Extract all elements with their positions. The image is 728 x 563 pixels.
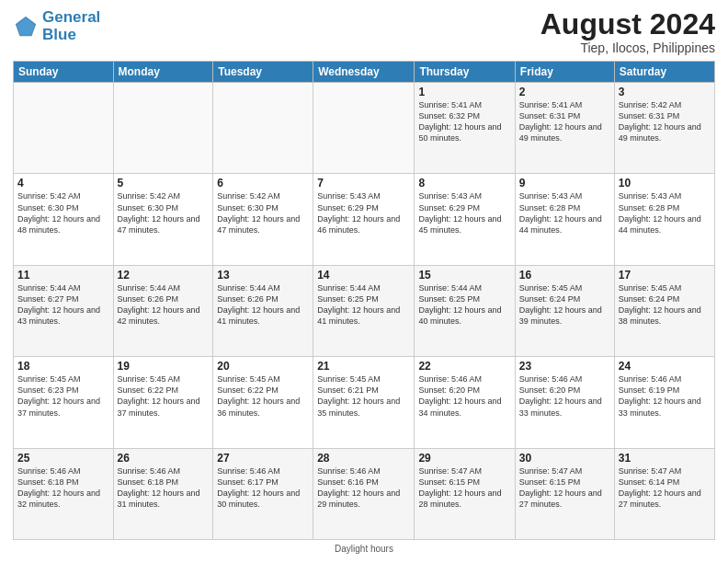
day-info: Sunrise: 5:46 AMSunset: 6:20 PMDaylight:… <box>519 374 602 417</box>
table-row: 24Sunrise: 5:46 AMSunset: 6:19 PMDayligh… <box>614 357 714 448</box>
table-row: 15Sunrise: 5:44 AMSunset: 6:25 PMDayligh… <box>415 265 515 356</box>
day-info: Sunrise: 5:46 AMSunset: 6:19 PMDaylight:… <box>619 374 701 417</box>
table-row: 28Sunrise: 5:46 AMSunset: 6:16 PMDayligh… <box>313 448 415 539</box>
table-row: 18Sunrise: 5:45 AMSunset: 6:23 PMDayligh… <box>14 357 114 448</box>
day-info: Sunrise: 5:43 AMSunset: 6:29 PMDaylight:… <box>418 191 501 234</box>
table-row: 14Sunrise: 5:44 AMSunset: 6:25 PMDayligh… <box>313 265 415 356</box>
day-info: Sunrise: 5:41 AMSunset: 6:32 PMDaylight:… <box>418 100 501 143</box>
col-monday: Monday <box>113 62 213 83</box>
table-row: 27Sunrise: 5:46 AMSunset: 6:17 PMDayligh… <box>213 448 313 539</box>
table-row: 4Sunrise: 5:42 AMSunset: 6:30 PMDaylight… <box>14 174 114 265</box>
table-row: 16Sunrise: 5:45 AMSunset: 6:24 PMDayligh… <box>515 265 614 356</box>
table-row: 31Sunrise: 5:47 AMSunset: 6:14 PMDayligh… <box>614 448 714 539</box>
day-info: Sunrise: 5:46 AMSunset: 6:17 PMDaylight:… <box>217 466 300 509</box>
table-row: 8Sunrise: 5:43 AMSunset: 6:29 PMDaylight… <box>415 174 515 265</box>
day-number: 10 <box>619 177 711 190</box>
day-info: Sunrise: 5:43 AMSunset: 6:28 PMDaylight:… <box>619 191 701 234</box>
day-info: Sunrise: 5:42 AMSunset: 6:30 PMDaylight:… <box>17 191 100 234</box>
day-info: Sunrise: 5:45 AMSunset: 6:23 PMDaylight:… <box>17 374 100 417</box>
day-number: 24 <box>619 360 711 373</box>
day-info: Sunrise: 5:41 AMSunset: 6:31 PMDaylight:… <box>519 100 602 143</box>
day-number: 5 <box>118 177 210 190</box>
day-number: 28 <box>317 452 410 465</box>
day-info: Sunrise: 5:46 AMSunset: 6:18 PMDaylight:… <box>17 466 100 509</box>
day-number: 23 <box>519 360 610 373</box>
table-row: 6Sunrise: 5:42 AMSunset: 6:30 PMDaylight… <box>213 174 313 265</box>
header: General Blue August 2024 Tiep, Ilocos, P… <box>13 9 715 55</box>
day-number: 1 <box>418 86 510 98</box>
table-row: 1Sunrise: 5:41 AMSunset: 6:32 PMDaylight… <box>415 83 515 174</box>
table-row: 19Sunrise: 5:45 AMSunset: 6:22 PMDayligh… <box>113 357 213 448</box>
day-number: 27 <box>217 452 309 465</box>
footer-note: Daylight hours <box>13 544 715 554</box>
logo-blue: Blue <box>42 26 76 43</box>
day-info: Sunrise: 5:44 AMSunset: 6:25 PMDaylight:… <box>418 283 501 326</box>
table-row: 21Sunrise: 5:45 AMSunset: 6:21 PMDayligh… <box>313 357 415 448</box>
table-row: 12Sunrise: 5:44 AMSunset: 6:26 PMDayligh… <box>113 265 213 356</box>
day-info: Sunrise: 5:47 AMSunset: 6:14 PMDaylight:… <box>619 466 701 509</box>
col-tuesday: Tuesday <box>213 62 313 83</box>
day-info: Sunrise: 5:45 AMSunset: 6:22 PMDaylight:… <box>118 374 200 417</box>
table-row: 25Sunrise: 5:46 AMSunset: 6:18 PMDayligh… <box>14 448 114 539</box>
day-info: Sunrise: 5:44 AMSunset: 6:25 PMDaylight:… <box>317 283 400 326</box>
day-info: Sunrise: 5:46 AMSunset: 6:20 PMDaylight:… <box>418 374 501 417</box>
table-row: 2Sunrise: 5:41 AMSunset: 6:31 PMDaylight… <box>515 83 614 174</box>
table-row: 30Sunrise: 5:47 AMSunset: 6:15 PMDayligh… <box>515 448 614 539</box>
day-info: Sunrise: 5:45 AMSunset: 6:24 PMDaylight:… <box>619 283 701 326</box>
day-info: Sunrise: 5:44 AMSunset: 6:26 PMDaylight:… <box>118 283 200 326</box>
svg-marker-1 <box>17 17 35 34</box>
day-info: Sunrise: 5:44 AMSunset: 6:27 PMDaylight:… <box>17 283 100 326</box>
day-number: 25 <box>17 452 109 465</box>
col-friday: Friday <box>515 62 614 83</box>
table-row <box>113 83 213 174</box>
calendar-week-row: 25Sunrise: 5:46 AMSunset: 6:18 PMDayligh… <box>14 448 715 539</box>
table-row <box>213 83 313 174</box>
page: General Blue August 2024 Tiep, Ilocos, P… <box>0 0 728 563</box>
day-number: 15 <box>418 269 510 282</box>
logo-text: General Blue <box>42 9 100 43</box>
day-number: 30 <box>519 452 610 465</box>
day-number: 19 <box>118 360 210 373</box>
day-info: Sunrise: 5:47 AMSunset: 6:15 PMDaylight:… <box>418 466 501 509</box>
calendar-week-row: 11Sunrise: 5:44 AMSunset: 6:27 PMDayligh… <box>14 265 715 356</box>
table-row: 22Sunrise: 5:46 AMSunset: 6:20 PMDayligh… <box>415 357 515 448</box>
table-row: 13Sunrise: 5:44 AMSunset: 6:26 PMDayligh… <box>213 265 313 356</box>
day-number: 11 <box>17 269 109 282</box>
day-number: 7 <box>317 177 410 190</box>
day-number: 3 <box>619 86 711 98</box>
table-row: 29Sunrise: 5:47 AMSunset: 6:15 PMDayligh… <box>415 448 515 539</box>
day-info: Sunrise: 5:45 AMSunset: 6:21 PMDaylight:… <box>317 374 400 417</box>
page-title: August 2024 <box>540 9 715 39</box>
day-info: Sunrise: 5:47 AMSunset: 6:15 PMDaylight:… <box>519 466 602 509</box>
day-number: 21 <box>317 360 410 373</box>
day-number: 20 <box>217 360 309 373</box>
day-number: 13 <box>217 269 309 282</box>
calendar-table: Sunday Monday Tuesday Wednesday Thursday… <box>13 61 715 540</box>
table-row: 17Sunrise: 5:45 AMSunset: 6:24 PMDayligh… <box>614 265 714 356</box>
table-row: 11Sunrise: 5:44 AMSunset: 6:27 PMDayligh… <box>14 265 114 356</box>
day-info: Sunrise: 5:46 AMSunset: 6:16 PMDaylight:… <box>317 466 400 509</box>
table-row: 7Sunrise: 5:43 AMSunset: 6:29 PMDaylight… <box>313 174 415 265</box>
logo-general: General <box>42 8 100 26</box>
table-row: 20Sunrise: 5:45 AMSunset: 6:22 PMDayligh… <box>213 357 313 448</box>
logo-icon <box>13 14 39 40</box>
col-wednesday: Wednesday <box>313 62 415 83</box>
calendar-week-row: 1Sunrise: 5:41 AMSunset: 6:32 PMDaylight… <box>14 83 715 174</box>
day-info: Sunrise: 5:43 AMSunset: 6:28 PMDaylight:… <box>519 191 602 234</box>
calendar-header-row: Sunday Monday Tuesday Wednesday Thursday… <box>14 62 715 83</box>
col-saturday: Saturday <box>614 62 714 83</box>
calendar-week-row: 4Sunrise: 5:42 AMSunset: 6:30 PMDaylight… <box>14 174 715 265</box>
day-info: Sunrise: 5:44 AMSunset: 6:26 PMDaylight:… <box>217 283 300 326</box>
day-info: Sunrise: 5:43 AMSunset: 6:29 PMDaylight:… <box>317 191 400 234</box>
day-info: Sunrise: 5:45 AMSunset: 6:24 PMDaylight:… <box>519 283 602 326</box>
table-row <box>14 83 114 174</box>
day-number: 2 <box>519 86 610 98</box>
table-row: 3Sunrise: 5:42 AMSunset: 6:31 PMDaylight… <box>614 83 714 174</box>
day-number: 6 <box>217 177 309 190</box>
logo: General Blue <box>13 9 100 43</box>
page-subtitle: Tiep, Ilocos, Philippines <box>540 40 715 55</box>
col-sunday: Sunday <box>14 62 114 83</box>
table-row: 26Sunrise: 5:46 AMSunset: 6:18 PMDayligh… <box>113 448 213 539</box>
day-info: Sunrise: 5:45 AMSunset: 6:22 PMDaylight:… <box>217 374 300 417</box>
day-number: 26 <box>118 452 210 465</box>
